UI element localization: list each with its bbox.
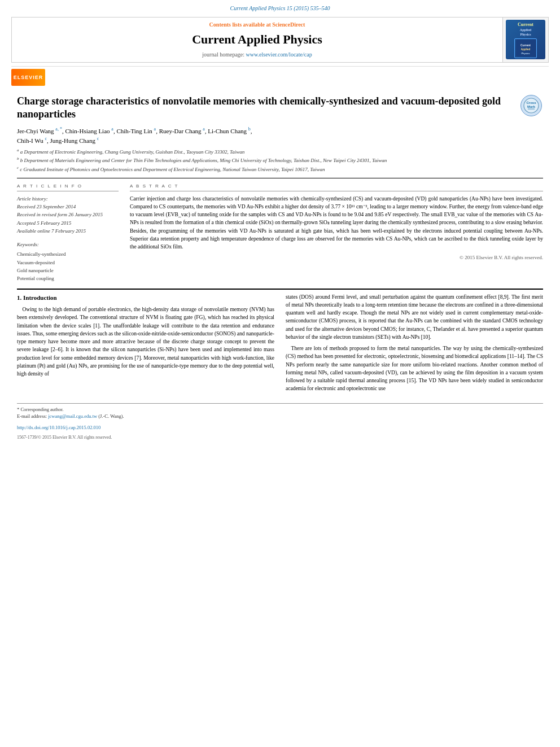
keywords-label: Keywords: — [17, 241, 119, 248]
article-content: Cross Mark Charge storage characteristic… — [17, 95, 543, 396]
received-date: Received 23 September 2014 — [17, 203, 119, 211]
available-date: Available online 7 February 2015 — [17, 227, 119, 235]
intro-heading: 1. Introduction — [17, 293, 274, 303]
svg-text:Applied: Applied — [520, 48, 530, 51]
journal-logo: Current Applied Physics Current Applied … — [506, 20, 545, 59]
homepage-link[interactable]: www.elsevier.com/locate/cap — [246, 51, 312, 58]
svg-text:Physics: Physics — [521, 52, 530, 55]
article-info-label: A R T I C L E I N F O — [17, 183, 119, 191]
doi-link[interactable]: http://dx.doi.org/10.1016/j.cap.2015.02.… — [17, 425, 100, 430]
affiliations: a a Department of Electronic Engineering… — [17, 147, 543, 174]
sciencedirect-link[interactable]: ScienceDirect — [272, 21, 305, 28]
intro-p2: states (DOS) around Fermi level, and sma… — [286, 293, 543, 342]
footer-issn: 1567-1739/© 2015 Elsevier B.V. All right… — [17, 434, 543, 440]
logo-line2: Applied — [520, 28, 531, 32]
footer-corresponding: * Corresponding author. E-mail address: … — [17, 406, 543, 421]
keywords-section: Keywords: Chemically-synthesized Vacuum-… — [17, 241, 119, 283]
svg-text:Current: Current — [520, 43, 530, 47]
crossmark-badge: Cross Mark — [520, 95, 543, 117]
article-info-col: A R T I C L E I N F O Article history: R… — [17, 183, 119, 282]
crossmark-icon: Cross Mark — [523, 98, 539, 113]
header-main: Contents lists available at ScienceDirec… — [12, 18, 503, 62]
keyword-1: Chemically-synthesized — [17, 250, 119, 258]
title-area: Cross Mark Charge storage characteristic… — [17, 95, 543, 121]
keyword-2: Vacuum-deposited — [17, 259, 119, 267]
svg-text:Cross: Cross — [526, 101, 536, 104]
svg-text:Mark: Mark — [527, 105, 536, 108]
copyright-line: © 2015 Elsevier B.V. All rights reserved… — [130, 254, 543, 261]
history-label: Article history: — [17, 195, 119, 203]
journal-logo-area: Current Applied Physics Current Applied … — [503, 18, 548, 62]
abstract-col: A B S T R A C T Carrier injection and ch… — [130, 183, 543, 282]
intro-p3: There are lots of methods proposed to fo… — [286, 344, 543, 393]
journal-title: Current Applied Physics — [192, 31, 322, 49]
sciencedirect-prefix: Contents lists available at — [209, 21, 271, 28]
article-footer: * Corresponding author. E-mail address: … — [17, 403, 543, 440]
abstract-label: A B S T R A C T — [130, 183, 543, 191]
received-revised-date: Received in revised form 26 January 2015 — [17, 211, 119, 219]
logo-graphic: Current Applied Physics — [516, 40, 536, 56]
keyword-3: Gold nanoparticle — [17, 267, 119, 274]
accepted-date: Accepted 5 February 2015 — [17, 219, 119, 227]
article-title: Charge storage characteristics of nonvol… — [17, 95, 543, 121]
body-cols: 1. Introduction Owing to the high demand… — [17, 293, 543, 396]
body-divider — [17, 289, 543, 290]
article-history: Article history: Received 23 September 2… — [17, 195, 119, 235]
keyword-4: Potential coupling — [17, 274, 119, 282]
body-col-right: states (DOS) around Fermi level, and sma… — [286, 293, 543, 396]
journal-header: Contents lists available at ScienceDirec… — [11, 17, 549, 63]
info-abstract-cols: A R T I C L E I N F O Article history: R… — [17, 183, 543, 282]
divider-1 — [17, 178, 543, 178]
authors-line: Jer-Chyi Wang a, *, Chin-Hsiang Liao a, … — [17, 126, 543, 145]
journal-ref: Current Applied Physics 15 (2015) 535–54… — [0, 0, 560, 15]
body-col-left: 1. Introduction Owing to the high demand… — [17, 293, 274, 396]
abstract-text: Carrier injection and charge loss charac… — [130, 195, 543, 251]
intro-p1: Owing to the high demand of portable ele… — [17, 305, 274, 378]
logo-line1: Current — [518, 21, 533, 28]
sciencedirect-line: Contents lists available at ScienceDirec… — [209, 21, 305, 29]
elsevier-logo: ELSEVIER — [11, 69, 45, 86]
logo-line3: Physics — [520, 32, 531, 37]
keywords-list: Chemically-synthesized Vacuum-deposited … — [17, 250, 119, 283]
email-link[interactable]: jcwang@mail.cgu.edu.tw — [48, 413, 97, 419]
elsevier-bar: ELSEVIER — [11, 66, 549, 88]
journal-homepage: journal homepage: www.elsevier.com/locat… — [202, 51, 312, 59]
